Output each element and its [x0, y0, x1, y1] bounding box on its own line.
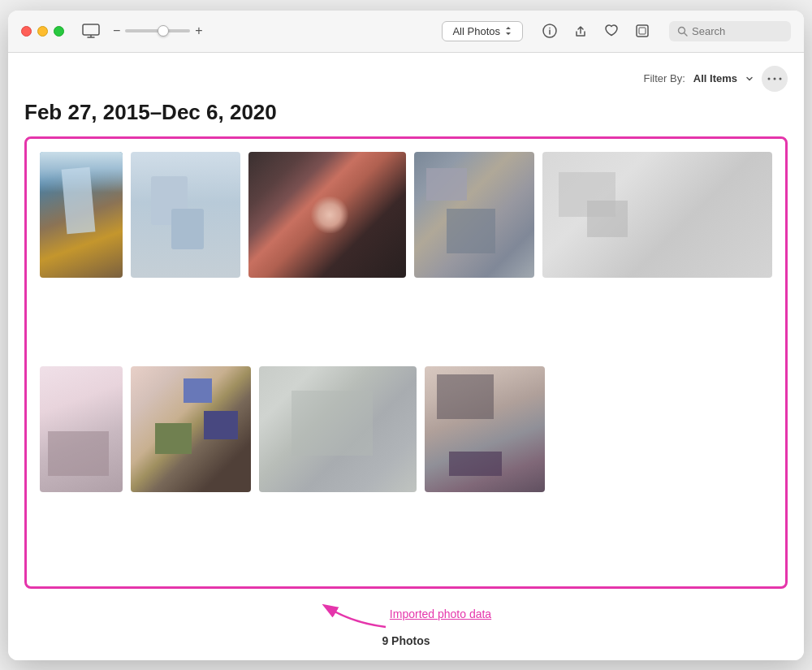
svg-point-10: [768, 77, 771, 80]
zoom-slider[interactable]: [125, 29, 190, 32]
search-input[interactable]: [692, 25, 773, 37]
close-button[interactable]: [21, 26, 32, 37]
search-icon: [677, 26, 688, 37]
annotation-link[interactable]: Imported photo data: [390, 607, 491, 620]
app-window: − + All Photos: [8, 11, 804, 660]
photo-thumb-1[interactable]: [40, 152, 123, 278]
minimize-button[interactable]: [37, 26, 48, 37]
photo-thumb-2[interactable]: [131, 152, 240, 278]
titlebar: − + All Photos: [8, 11, 804, 53]
svg-line-9: [685, 32, 688, 36]
photo-row-1: [40, 152, 772, 359]
photo-row-2: [40, 366, 772, 573]
photo-thumb-8[interactable]: [259, 366, 417, 492]
more-options-button[interactable]: [762, 66, 788, 92]
svg-point-5: [549, 28, 551, 29]
info-icon[interactable]: [542, 24, 557, 38]
svg-point-11: [774, 77, 776, 80]
svg-rect-7: [639, 28, 646, 34]
display-icon: [82, 23, 100, 39]
filter-by-label: Filter By:: [644, 72, 685, 84]
traffic-lights: [21, 26, 64, 37]
zoom-in-icon[interactable]: +: [195, 24, 202, 37]
svg-rect-6: [637, 25, 648, 37]
photo-thumb-6[interactable]: [40, 366, 123, 492]
annotation-arrow-icon: [321, 599, 390, 629]
photo-count: 9 Photos: [382, 634, 430, 647]
chevron-up-down-icon: [504, 25, 512, 37]
date-range-heading: Feb 27, 2015–Dec 6, 2020: [24, 100, 788, 125]
annotation-row: Imported photo data: [24, 599, 788, 629]
slider-thumb: [158, 25, 169, 37]
photo-grid-container: [24, 136, 788, 589]
search-box[interactable]: [669, 21, 791, 41]
photo-thumb-9[interactable]: [425, 366, 545, 492]
zoom-slider-group: − +: [113, 24, 203, 37]
favorite-icon[interactable]: [604, 24, 619, 38]
rotate-icon[interactable]: [635, 24, 650, 38]
filter-value: All Items: [693, 72, 737, 84]
photo-thumb-4[interactable]: [414, 152, 534, 278]
photo-thumb-3[interactable]: [248, 152, 406, 278]
share-icon[interactable]: [573, 24, 588, 38]
ellipsis-icon: [767, 77, 782, 80]
library-dropdown[interactable]: All Photos: [442, 21, 523, 41]
photo-thumb-7[interactable]: [131, 366, 251, 492]
annotation-area: Imported photo data 9 Photos: [24, 599, 788, 647]
fullscreen-button[interactable]: [54, 26, 64, 37]
svg-rect-0: [83, 24, 99, 35]
library-dropdown-label: All Photos: [452, 25, 500, 37]
svg-point-12: [780, 77, 782, 80]
filter-bar: Filter By: All Items: [24, 66, 788, 92]
titlebar-icons: [542, 24, 650, 38]
zoom-out-icon[interactable]: −: [113, 24, 120, 37]
filter-chevron-icon[interactable]: [745, 75, 754, 83]
photo-thumb-5[interactable]: [542, 152, 772, 278]
main-content: Filter By: All Items Feb 27, 2015–Dec 6,…: [8, 53, 804, 660]
